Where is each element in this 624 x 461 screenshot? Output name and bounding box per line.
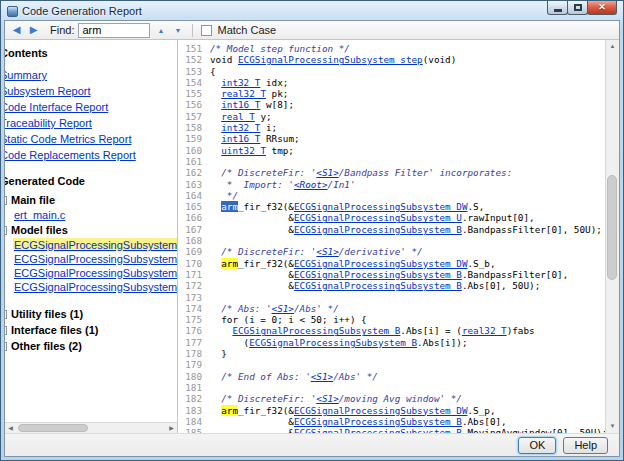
line-number: 157 — [178, 111, 210, 122]
expand-icon[interactable]: + — [5, 326, 7, 335]
scroll-down-icon[interactable]: ▼ — [606, 420, 619, 433]
scroll-up-icon[interactable]: ▲ — [606, 40, 619, 53]
search-match-current: arm — [221, 201, 238, 212]
tree-node-row[interactable]: -Main file — [5, 192, 178, 208]
collapse-icon[interactable]: - — [5, 226, 7, 235]
code-text: int16_T RRsum; — [210, 133, 300, 144]
code-vertical-scrollbar[interactable]: ▲ ▼ — [605, 40, 619, 433]
code-text: int16_T w[8]; — [210, 99, 294, 110]
scroll-left-icon[interactable]: ◀ — [5, 423, 16, 434]
code-link[interactable]: ECGSignalProcessingSubsystem_B — [294, 416, 462, 427]
find-previous-icon[interactable]: ▲ — [154, 23, 167, 38]
code-text: arm_fir_f32(&ECGSignalProcessingSubsyste… — [210, 405, 496, 416]
code-segment: & — [210, 212, 294, 223]
code-link[interactable]: ECGSignalProcessingSubsystem_B — [294, 224, 462, 235]
code-segment: .BandpassFilter[0], — [462, 269, 568, 280]
code-segment: .Abs[0], — [462, 416, 507, 427]
minimize-button[interactable] — [547, 1, 568, 15]
comment-link[interactable]: <Root> — [294, 179, 328, 190]
toolbar-separator — [192, 24, 193, 37]
code-link[interactable]: ECGSignalProcessingSubsystem_DW — [294, 405, 468, 416]
code-line: 167 &ECGSignalProcessingSubsystem_B.Band… — [178, 224, 605, 235]
tree-node-row[interactable]: -Model files — [5, 222, 178, 238]
sidebar-link[interactable]: Traceability Report — [5, 115, 92, 131]
code-text: /* DiscreteFir: '<S1>/Bandpass Filter' i… — [210, 167, 512, 178]
comment-link[interactable]: <S1> — [272, 303, 294, 314]
tree-node: -Model filesECGSignalProcessingSubsystem… — [5, 222, 178, 294]
code-link[interactable]: int16_T — [221, 133, 260, 144]
code-line: 171 &ECGSignalProcessingSubsystem_B.Band… — [178, 269, 605, 280]
file-link[interactable]: ECGSignalProcessingSubsystem.c — [13, 238, 178, 252]
ok-button[interactable]: OK — [518, 437, 556, 454]
help-button[interactable]: Help — [563, 437, 608, 454]
code-link[interactable]: ECGSignalProcessingSubsystem_B — [249, 337, 417, 348]
code-text: /* Abs: '<S1>/Abs' */ — [210, 303, 339, 314]
file-link[interactable]: ert_main.c — [13, 208, 66, 222]
file-link[interactable]: ECGSignalProcessingSubsystem_types.h — [13, 280, 178, 294]
sidebar-link[interactable]: Subsystem Report — [5, 83, 90, 99]
code-link[interactable]: ECGSignalProcessingSubsystem_DW — [294, 258, 468, 269]
code-link[interactable]: real32_T — [462, 325, 507, 336]
code-link[interactable]: int16_T — [221, 99, 260, 110]
code-view[interactable]: 151/* Model step function */152void ECGS… — [178, 40, 605, 433]
code-link[interactable]: real32_T — [221, 88, 266, 99]
code-link[interactable]: int32_T — [221, 122, 260, 133]
code-comment: /Abs' */ — [294, 303, 339, 314]
back-arrow-icon[interactable]: ◀ — [10, 22, 23, 38]
sidebar-scroll-content: Contents SummarySubsystem ReportCode Int… — [5, 45, 178, 354]
code-line: 182 /* DiscreteFir: '<S1>/moving Avg win… — [178, 393, 605, 404]
comment-link[interactable]: <S1> — [316, 393, 338, 404]
toolbar: ◀ ▶ Find: ▲ ▼ Match Case — [5, 21, 619, 40]
tree-node-row[interactable]: +Interface files (1) — [5, 322, 178, 338]
expand-icon[interactable]: + — [5, 310, 7, 319]
code-segment: idx; — [260, 77, 288, 88]
window-controls: ✕ — [548, 1, 617, 15]
close-button[interactable]: ✕ — [587, 1, 617, 15]
tree-node: +Other files (2) — [5, 338, 178, 354]
file-link[interactable]: ECGSignalProcessingSubsystem.h — [13, 252, 178, 266]
code-line: 179 — [178, 359, 605, 370]
comment-link[interactable]: <S1> — [311, 371, 333, 382]
expand-icon[interactable]: + — [5, 342, 7, 351]
code-link[interactable]: ECGSignalProcessingSubsystem_DW — [294, 201, 468, 212]
scrollbar-thumb[interactable] — [607, 175, 617, 280]
titlebar[interactable]: Code Generation Report ✕ — [4, 1, 620, 20]
file-link[interactable]: ECGSignalProcessingSubsystem_private.h — [13, 266, 178, 280]
tree-node-row[interactable]: +Other files (2) — [5, 338, 178, 354]
sidebar-link[interactable]: Code Replacements Report — [5, 147, 136, 163]
code-link[interactable]: ECGSignalProcessingSubsystem_step — [238, 54, 423, 65]
collapse-icon[interactable]: - — [5, 196, 7, 205]
find-input[interactable] — [78, 23, 150, 38]
search-match: arm — [221, 405, 238, 416]
sidebar-link[interactable]: Summary — [5, 67, 47, 83]
match-case-checkbox[interactable] — [201, 25, 212, 36]
code-link[interactable]: ECGSignalProcessingSubsystem_B — [294, 280, 462, 291]
sidebar-horizontal-scrollbar[interactable]: ◀ ▶ — [5, 422, 177, 433]
code-link[interactable]: uint32_T — [221, 145, 266, 156]
code-link[interactable]: ECGSignalProcessingSubsystem_B — [232, 325, 400, 336]
scrollbar-thumb[interactable] — [18, 424, 88, 432]
contents-header: Contents — [5, 45, 178, 61]
code-link[interactable]: ECGSignalProcessingSubsystem_B — [294, 269, 462, 280]
code-link[interactable]: ECGSignalProcessingSubsystem_U — [294, 212, 462, 223]
forward-arrow-icon[interactable]: ▶ — [27, 22, 40, 38]
sidebar-link[interactable]: Static Code Metrics Report — [5, 131, 131, 147]
scrollbar-track[interactable] — [16, 423, 166, 433]
code-link[interactable]: int32_T — [221, 77, 260, 88]
find-next-icon[interactable]: ▼ — [171, 23, 184, 38]
code-segment: .Abs[0], 50U); — [462, 280, 540, 291]
tree-node-label: Model files — [11, 224, 68, 236]
comment-link[interactable]: <S1> — [316, 246, 338, 257]
scroll-right-icon[interactable]: ▶ — [166, 423, 177, 434]
tree-node-row[interactable]: +Utility files (1) — [5, 306, 178, 322]
tree-node-label: Interface files (1) — [11, 324, 98, 336]
code-line: 175 for (i = 0; i < 50; i++) { — [178, 314, 605, 325]
code-comment: /* DiscreteFir: ' — [210, 246, 316, 257]
code-link[interactable]: real_T — [221, 111, 255, 122]
maximize-button[interactable] — [567, 1, 588, 15]
code-text: * Import: '<Root>/In1' — [210, 179, 356, 190]
line-number: 163 — [178, 179, 210, 190]
sidebar-link[interactable]: Code Interface Report — [5, 99, 108, 115]
code-comment: */ — [210, 190, 238, 201]
comment-link[interactable]: <S1> — [316, 167, 338, 178]
